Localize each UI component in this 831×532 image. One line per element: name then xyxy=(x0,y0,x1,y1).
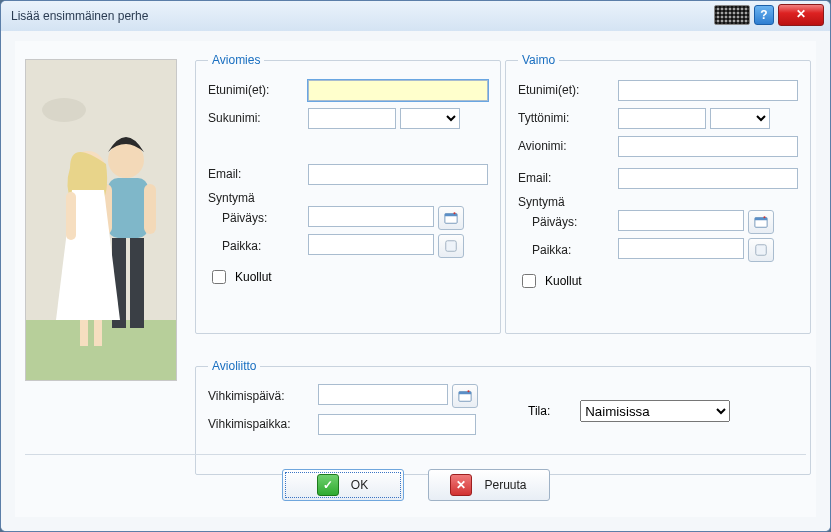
wife-birthdate-picker-button[interactable] xyxy=(748,210,774,234)
wife-marriedname-input[interactable] xyxy=(618,136,798,157)
wife-firstname-label: Etunimi(et): xyxy=(518,83,618,97)
wife-dead-label: Kuollut xyxy=(545,274,582,288)
svg-point-19 xyxy=(763,216,765,218)
window-title: Lisää ensimmäinen perhe xyxy=(11,9,148,23)
marriage-place-label: Vihkimispaikka: xyxy=(208,417,318,431)
husband-dead-checkbox-wrap[interactable]: Kuollut xyxy=(208,267,272,287)
marriage-date-label: Vihkimispäivä: xyxy=(208,389,318,403)
wife-birthdate-input[interactable] xyxy=(618,210,744,231)
marriage-group: Avioliitto Vihkimispäivä: xyxy=(195,359,811,475)
svg-rect-4 xyxy=(108,178,148,238)
titlebar: Lisää ensimmäinen perhe ? ✕ xyxy=(1,1,830,32)
wife-maiden-suffix-select[interactable] xyxy=(710,108,770,129)
husband-surname-suffix-select[interactable] xyxy=(400,108,460,129)
wife-maiden-label: Tyttönimi: xyxy=(518,111,618,125)
svg-point-2 xyxy=(42,98,86,122)
couple-illustration xyxy=(25,59,177,381)
marriage-status-select[interactable]: Naimisissa xyxy=(580,400,730,422)
svg-rect-11 xyxy=(80,320,88,346)
check-icon: ✓ xyxy=(317,474,339,496)
wife-email-label: Email: xyxy=(518,171,618,185)
svg-rect-20 xyxy=(756,245,767,256)
wife-birthplace-input[interactable] xyxy=(618,238,744,259)
husband-birthplace-input[interactable] xyxy=(308,234,434,255)
svg-rect-16 xyxy=(446,241,457,252)
wife-group: Vaimo Etunimi(et): Tyttönimi: Avionimi: xyxy=(505,53,811,334)
husband-dead-checkbox[interactable] xyxy=(212,270,226,284)
ok-button-label: OK xyxy=(351,478,368,492)
marriage-legend: Avioliitto xyxy=(208,359,260,373)
husband-dead-label: Kuollut xyxy=(235,270,272,284)
wife-email-input[interactable] xyxy=(618,168,798,189)
svg-rect-10 xyxy=(66,192,76,240)
svg-rect-22 xyxy=(459,392,471,395)
dialog-window: Lisää ensimmäinen perhe ? ✕ xyxy=(0,0,831,532)
wife-marriedname-label: Avionimi: xyxy=(518,139,618,153)
svg-rect-8 xyxy=(144,184,156,234)
cancel-button[interactable]: ✕ Peruuta xyxy=(428,469,550,501)
close-button[interactable]: ✕ xyxy=(778,4,824,26)
husband-firstname-label: Etunimi(et): xyxy=(208,83,308,97)
husband-legend: Aviomies xyxy=(208,53,264,67)
content-area: Aviomies Etunimi(et): Sukunimi: Email: xyxy=(1,31,830,531)
wife-legend: Vaimo xyxy=(518,53,559,67)
svg-rect-14 xyxy=(445,214,457,217)
husband-birthdate-label: Päiväys: xyxy=(208,211,308,225)
husband-surname-label: Sukunimi: xyxy=(208,111,308,125)
husband-birthplace-label: Paikka: xyxy=(208,239,308,253)
wife-firstname-input[interactable] xyxy=(618,80,798,101)
svg-rect-12 xyxy=(94,320,102,346)
husband-surname-input[interactable] xyxy=(308,108,396,129)
separator xyxy=(25,454,806,455)
marriage-date-input[interactable] xyxy=(318,384,448,405)
keyboard-icon[interactable] xyxy=(714,5,750,25)
marriage-date-picker-button[interactable] xyxy=(452,384,478,408)
wife-birthdate-label: Päiväys: xyxy=(518,215,618,229)
marriage-place-input[interactable] xyxy=(318,414,476,435)
husband-birthdate-picker-button[interactable] xyxy=(438,206,464,230)
svg-rect-18 xyxy=(755,218,767,221)
wife-birth-label: Syntymä xyxy=(518,195,798,209)
wife-birthplace-label: Paikka: xyxy=(518,243,618,257)
ok-button[interactable]: ✓ OK xyxy=(282,469,404,501)
husband-birth-label: Syntymä xyxy=(208,191,488,205)
wife-dead-checkbox-wrap[interactable]: Kuollut xyxy=(518,271,582,291)
help-icon[interactable]: ? xyxy=(754,5,774,25)
svg-rect-6 xyxy=(130,238,144,328)
cancel-button-label: Peruuta xyxy=(484,478,526,492)
marriage-status-label: Tila: xyxy=(528,404,550,418)
svg-point-15 xyxy=(453,212,455,214)
husband-birthplace-picker-button[interactable] xyxy=(438,234,464,258)
husband-email-input[interactable] xyxy=(308,164,488,185)
svg-point-23 xyxy=(467,390,469,392)
husband-group: Aviomies Etunimi(et): Sukunimi: Email: xyxy=(195,53,501,334)
husband-email-label: Email: xyxy=(208,167,308,181)
wife-birthplace-picker-button[interactable] xyxy=(748,238,774,262)
wife-maiden-input[interactable] xyxy=(618,108,706,129)
husband-birthdate-input[interactable] xyxy=(308,206,434,227)
close-icon: ✕ xyxy=(450,474,472,496)
husband-firstname-input[interactable] xyxy=(308,80,488,101)
wife-dead-checkbox[interactable] xyxy=(522,274,536,288)
